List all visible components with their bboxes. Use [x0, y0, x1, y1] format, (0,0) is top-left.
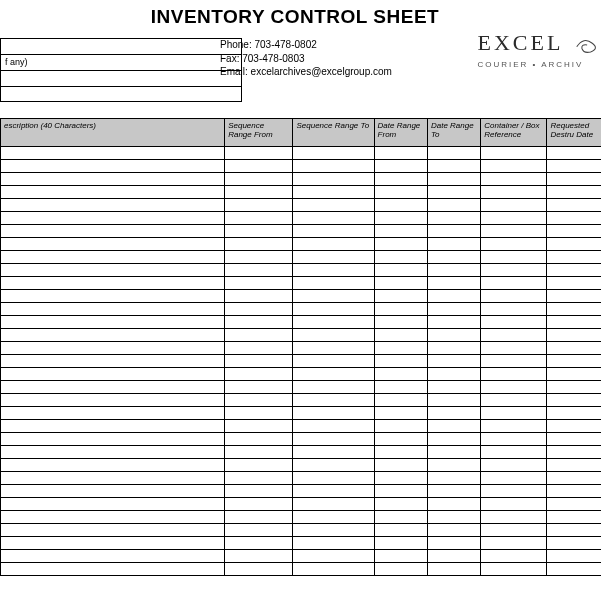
- table-cell: [547, 433, 601, 446]
- table-cell: [481, 355, 547, 368]
- table-cell: [1, 420, 225, 433]
- table-cell: [547, 303, 601, 316]
- table-cell: [427, 186, 480, 199]
- table-cell: [1, 446, 225, 459]
- table-cell: [225, 368, 293, 381]
- table-cell: [547, 524, 601, 537]
- table-cell: [481, 511, 547, 524]
- table-cell: [1, 147, 225, 160]
- table-cell: [427, 355, 480, 368]
- fax-line: Fax: 703-478-0803: [220, 52, 490, 66]
- table-cell: [427, 277, 480, 290]
- table-cell: [481, 147, 547, 160]
- table-cell: [293, 225, 374, 238]
- table-row: [1, 394, 602, 407]
- col-sequence-to: Sequence Range To: [293, 119, 374, 147]
- table-cell: [1, 290, 225, 303]
- table-cell: [547, 277, 601, 290]
- table-cell: [293, 381, 374, 394]
- table-cell: [293, 303, 374, 316]
- table-cell: [547, 472, 601, 485]
- table-cell: [547, 147, 601, 160]
- table-cell: [293, 342, 374, 355]
- table-row: [1, 511, 602, 524]
- table-cell: [547, 485, 601, 498]
- table-cell: [225, 199, 293, 212]
- table-cell: [1, 342, 225, 355]
- brand-swirl-icon: [575, 34, 601, 56]
- table-cell: [427, 160, 480, 173]
- info-box: f any): [0, 38, 242, 102]
- table-cell: [427, 498, 480, 511]
- table-row: [1, 264, 602, 277]
- table-cell: [374, 563, 427, 576]
- table-cell: [427, 381, 480, 394]
- table-cell: [547, 199, 601, 212]
- phone-label: Phone:: [220, 39, 252, 50]
- table-cell: [427, 173, 480, 186]
- table-cell: [374, 316, 427, 329]
- table-cell: [481, 524, 547, 537]
- table-cell: [225, 290, 293, 303]
- table-cell: [293, 550, 374, 563]
- table-cell: [427, 511, 480, 524]
- table-cell: [1, 368, 225, 381]
- table-row: [1, 524, 602, 537]
- table-cell: [481, 251, 547, 264]
- brand-block: EXCEL COURIER • ARCHIV: [477, 30, 601, 69]
- phone-value: 703-478-0802: [254, 39, 316, 50]
- table-cell: [374, 186, 427, 199]
- table-cell: [1, 472, 225, 485]
- table-cell: [481, 433, 547, 446]
- table-cell: [427, 446, 480, 459]
- table-cell: [547, 160, 601, 173]
- table-cell: [427, 251, 480, 264]
- table-cell: [225, 433, 293, 446]
- table-cell: [293, 394, 374, 407]
- table-cell: [293, 485, 374, 498]
- info-row: [0, 86, 242, 102]
- table-cell: [374, 407, 427, 420]
- table-cell: [547, 459, 601, 472]
- table-cell: [547, 381, 601, 394]
- table-row: [1, 342, 602, 355]
- inventory-table: escription (40 Characters) Sequence Rang…: [0, 118, 601, 576]
- table-cell: [293, 147, 374, 160]
- table-cell: [547, 394, 601, 407]
- table-cell: [225, 277, 293, 290]
- table-row: [1, 381, 602, 394]
- table-cell: [293, 420, 374, 433]
- table-cell: [293, 563, 374, 576]
- table-cell: [374, 511, 427, 524]
- fax-label: Fax:: [220, 53, 239, 64]
- table-cell: [225, 537, 293, 550]
- table-cell: [293, 355, 374, 368]
- table-cell: [225, 329, 293, 342]
- table-cell: [427, 485, 480, 498]
- table-cell: [374, 238, 427, 251]
- phone-line: Phone: 703-478-0802: [220, 38, 490, 52]
- table-cell: [293, 446, 374, 459]
- table-cell: [547, 329, 601, 342]
- table-cell: [374, 394, 427, 407]
- table-cell: [481, 238, 547, 251]
- table-cell: [374, 251, 427, 264]
- table-cell: [225, 524, 293, 537]
- table-row: [1, 329, 602, 342]
- table-cell: [225, 238, 293, 251]
- table-cell: [1, 277, 225, 290]
- table-cell: [374, 537, 427, 550]
- table-cell: [225, 563, 293, 576]
- table-cell: [481, 563, 547, 576]
- info-row: f any): [0, 54, 242, 70]
- inventory-control-sheet: INVENTORY CONTROL SHEET f any) Phone: 70…: [0, 0, 601, 576]
- table-cell: [427, 238, 480, 251]
- table-cell: [225, 459, 293, 472]
- table-cell: [427, 290, 480, 303]
- table-cell: [481, 368, 547, 381]
- table-cell: [547, 186, 601, 199]
- table-cell: [1, 225, 225, 238]
- table-row: [1, 420, 602, 433]
- fax-value: 703-478-0803: [242, 53, 304, 64]
- brand-text: EXCEL: [477, 30, 562, 55]
